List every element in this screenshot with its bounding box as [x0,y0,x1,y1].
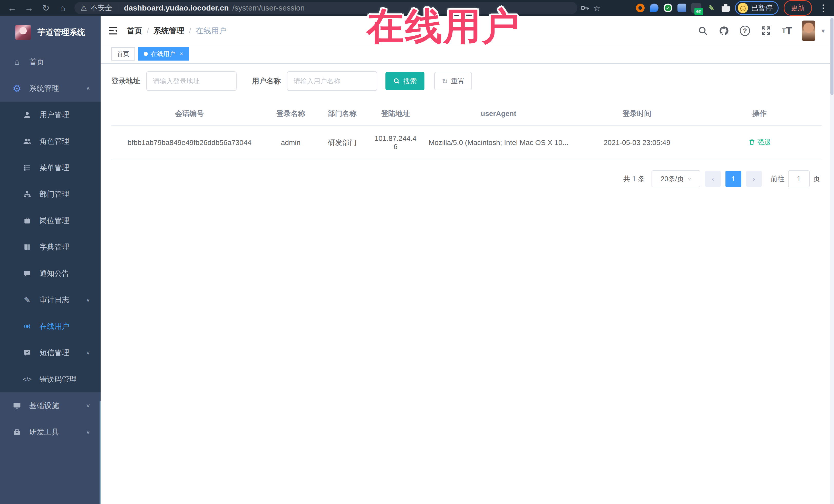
sidebar-logo-row[interactable]: 芋道管理系统 [0,16,101,49]
help-question-glyph: ? [740,26,750,36]
browser-back-button[interactable]: ← [5,2,20,14]
toolbox-icon [12,427,22,437]
screen: ← → ↻ ⌂ ⚠ 不安全 dashboard.yudao.iocoder.cn… [0,0,834,504]
chevron-down-icon: ∨ [86,403,90,408]
url-path: /system/user-session [233,4,305,12]
header-actions: ? TT ▾ [697,21,825,41]
sidebar-item-infrastructure[interactable]: 基础设施 ∨ [0,392,101,419]
breadcrumb-home[interactable]: 首页 [127,26,142,36]
sidebar-item-role-management[interactable]: 角色管理 [0,128,101,154]
address-bar-divider [118,4,118,12]
extensions-puzzle-icon[interactable] [722,4,730,12]
search-button-label: 搜索 [403,77,417,86]
sidebar-scrollbar[interactable] [100,401,101,504]
users-icon [22,136,32,147]
tab-label: 首页 [117,50,129,58]
tab-online-users[interactable]: 在线用户 × [138,47,189,61]
sidebar-item-online-users[interactable]: 在线用户 [0,313,101,339]
sidebar-item-sms-management[interactable]: 短信管理 ∨ [0,339,101,366]
sidebar-item-home[interactable]: ⌂ 首页 [0,49,101,75]
avatar-caret-icon[interactable]: ▾ [821,27,825,35]
org-tree-icon [22,189,32,199]
active-tab-dot [144,52,148,56]
breadcrumb-section[interactable]: 系统管理 [153,26,184,36]
sidebar-item-label: 部门管理 [40,189,69,199]
page-scrollbar[interactable] [830,16,834,504]
sidebar-item-audit-log[interactable]: ✎ 审计日志 ∨ [0,287,101,313]
force-logout-button[interactable]: 强退 [748,138,771,147]
tab-home[interactable]: 首页 [111,47,135,61]
breadcrumb-current: 在线用户 [196,26,226,36]
sms-icon [22,348,32,358]
browser-reload-button[interactable]: ↻ [39,2,53,14]
tab-label: 在线用户 [151,50,176,58]
extension-pencil-icon[interactable]: ✎ [706,3,717,13]
cell-username: admin [268,126,314,160]
sidebar-toggle-icon[interactable] [108,25,120,37]
sidebar-item-dev-tools[interactable]: 研发工具 ∨ [0,419,101,445]
sidebar-item-notice[interactable]: 通知公告 [0,260,101,287]
browser-update-button[interactable]: 更新 [784,0,812,16]
sidebar-item-error-code[interactable]: </> 错误码管理 [0,366,101,392]
sidebar-item-menu-management[interactable]: 菜单管理 [0,154,101,181]
browser-home-button[interactable]: ⌂ [56,2,70,14]
sidebar-item-system-management[interactable]: ⚙ 系统管理 ∧ [0,75,101,102]
sidebar-item-post-management[interactable]: 岗位管理 [0,207,101,234]
fullscreen-icon[interactable] [760,25,772,37]
log-icon: ✎ [22,295,32,305]
sidebar-item-dept-management[interactable]: 部门管理 [0,181,101,207]
sidebar-item-user-management[interactable]: 用户管理 [0,102,101,128]
bookmark-star-icon[interactable]: ☆ [592,3,602,13]
page-1-button[interactable]: 1 [725,171,741,187]
github-icon[interactable] [718,25,730,37]
search-icon[interactable] [697,25,709,37]
search-button-icon [393,78,400,85]
browser-menu-icon[interactable]: ⋮ [817,3,829,13]
sidebar-item-label: 审计日志 [40,295,69,305]
goto-page-input[interactable] [788,170,810,187]
font-big-glyph: T [786,25,792,37]
extension-translate-icon[interactable]: en [691,3,701,13]
reset-button[interactable]: ↻ 重置 [434,72,472,90]
login-address-input[interactable] [146,71,237,91]
cell-dept: 研发部门 [314,126,371,160]
extension-green-check-icon[interactable]: ✓ [664,4,672,12]
chevron-down-icon: ∨ [687,176,691,181]
cell-session-id: bfbb1ab79ba849e49fb26ddb56a73044 [111,126,268,160]
extension-drop-icon[interactable] [650,4,658,12]
next-page-button[interactable]: › [746,171,762,187]
search-button[interactable]: 搜索 [386,72,424,90]
username-input[interactable] [287,71,377,91]
profile-paused-badge[interactable]: ☺ 已暂停 [735,1,778,15]
help-icon[interactable]: ? [739,25,751,37]
page-size-select[interactable]: 20条/页 ∨ [652,170,700,187]
avatar[interactable] [802,21,815,41]
table-row: bfbb1ab79ba849e49fb26ddb56a73044 admin 研… [111,126,822,160]
sidebar-item-dict-management[interactable]: 字典管理 [0,234,101,260]
sidebar-menu: ⌂ 首页 ⚙ 系统管理 ∧ 用户管理 角色管理 菜 [0,49,101,445]
prev-page-button[interactable]: ‹ [705,171,721,187]
breadcrumb-separator: / [189,26,191,35]
security-warning-icon[interactable]: ⚠ [81,4,87,12]
sidebar-item-label: 通知公告 [40,268,69,279]
extension-blue-icon[interactable] [678,4,686,12]
sidebar: 芋道管理系统 ⌂ 首页 ⚙ 系统管理 ∧ 用户管理 角色管理 [0,16,101,504]
login-address-label: 登录地址 [111,76,140,86]
page-content: 登录地址 用户名称 搜索 ↻ 重置 [101,64,834,504]
font-size-icon[interactable]: TT [781,25,793,37]
profile-paused-label: 已暂停 [751,3,773,13]
page-size-value: 20条/页 [660,174,684,183]
password-key-icon[interactable] [579,3,590,13]
col-ip: 登陆地址 [371,102,420,126]
home-icon: ⌂ [12,57,22,67]
sessions-table: 会话编号 登录名称 部门名称 登陆地址 userAgent 登录时间 操作 bf… [111,102,822,160]
sidebar-item-label: 角色管理 [40,136,69,147]
extension-orange-icon[interactable] [636,4,644,12]
trash-icon [748,138,755,146]
close-icon[interactable]: × [180,50,183,58]
browser-forward-button[interactable]: → [22,2,37,14]
goto-label: 前往 [771,174,785,183]
scrollbar-thumb[interactable] [830,18,833,95]
extension-en-badge: en [695,8,703,15]
url-domain: dashboard.yudao.iocoder.cn [124,4,229,12]
